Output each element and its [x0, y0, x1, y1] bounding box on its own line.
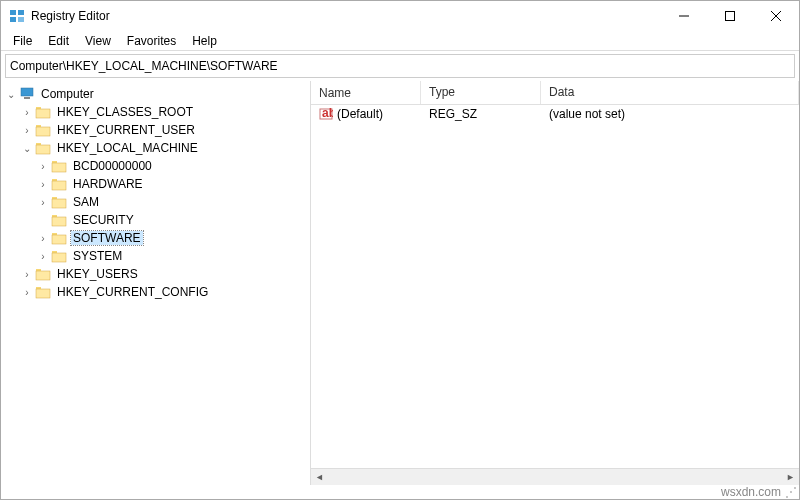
svg-rect-21: [52, 199, 66, 208]
list-body[interactable]: ab (Default) REG_SZ (value not set): [311, 105, 799, 468]
title-bar: Registry Editor: [1, 1, 799, 31]
folder-icon: [35, 141, 51, 155]
tree-panel[interactable]: ⌄ Computer › HKEY_CLASSES_ROOT › HKEY_CU…: [1, 81, 311, 485]
tree-node-system[interactable]: › SYSTEM: [1, 247, 310, 265]
folder-icon: [35, 105, 51, 119]
close-button[interactable]: [753, 1, 799, 31]
value-name: (Default): [337, 107, 383, 121]
tree-label: HARDWARE: [71, 177, 145, 191]
svg-rect-2: [10, 17, 16, 22]
folder-icon: [51, 213, 67, 227]
svg-rect-29: [36, 271, 50, 280]
tree-node-hardware[interactable]: › HARDWARE: [1, 175, 310, 193]
svg-rect-3: [18, 17, 24, 22]
address-input[interactable]: [10, 59, 790, 73]
menu-edit[interactable]: Edit: [40, 32, 77, 50]
menu-view[interactable]: View: [77, 32, 119, 50]
computer-icon: [19, 87, 35, 101]
minimize-button[interactable]: [661, 1, 707, 31]
menu-favorites[interactable]: Favorites: [119, 32, 184, 50]
svg-rect-5: [726, 12, 735, 21]
svg-rect-17: [52, 163, 66, 172]
chevron-right-icon[interactable]: ›: [37, 251, 49, 262]
menu-help[interactable]: Help: [184, 32, 225, 50]
tree-label: SECURITY: [71, 213, 136, 227]
main-content: ⌄ Computer › HKEY_CLASSES_ROOT › HKEY_CU…: [1, 81, 799, 485]
list-panel: Name Type Data ab (Default) REG_SZ (valu…: [311, 81, 799, 485]
tree-label: SAM: [71, 195, 101, 209]
column-header-name[interactable]: Name: [311, 81, 421, 104]
tree-label: HKEY_USERS: [55, 267, 140, 281]
folder-icon: [51, 177, 67, 191]
svg-rect-19: [52, 181, 66, 190]
svg-rect-0: [10, 10, 16, 15]
chevron-right-icon[interactable]: ›: [37, 197, 49, 208]
list-row[interactable]: ab (Default) REG_SZ (value not set): [311, 105, 799, 123]
chevron-right-icon[interactable]: ›: [37, 179, 49, 190]
chevron-down-icon[interactable]: ⌄: [21, 143, 33, 154]
tree-node-bcd[interactable]: › BCD00000000: [1, 157, 310, 175]
tree-node-hkcc[interactable]: › HKEY_CURRENT_CONFIG: [1, 283, 310, 301]
chevron-right-icon[interactable]: ›: [21, 107, 33, 118]
svg-text:ab: ab: [322, 107, 333, 120]
address-bar[interactable]: [5, 54, 795, 78]
tree-node-software[interactable]: › SOFTWARE: [1, 229, 310, 247]
folder-icon: [51, 249, 67, 263]
column-header-data[interactable]: Data: [541, 81, 799, 104]
svg-rect-9: [24, 97, 30, 99]
horizontal-scrollbar[interactable]: ◄ ►: [311, 468, 799, 485]
svg-rect-27: [52, 253, 66, 262]
svg-rect-31: [36, 289, 50, 298]
cell-type: REG_SZ: [421, 107, 541, 121]
tree-node-hkcu[interactable]: › HKEY_CURRENT_USER: [1, 121, 310, 139]
svg-rect-23: [52, 217, 66, 226]
tree-label: Computer: [39, 87, 96, 101]
tree-label: HKEY_CLASSES_ROOT: [55, 105, 195, 119]
tree-node-hkcr[interactable]: › HKEY_CLASSES_ROOT: [1, 103, 310, 121]
tree-label: SYSTEM: [71, 249, 124, 263]
tree-label: HKEY_CURRENT_USER: [55, 123, 197, 137]
regedit-app-icon: [9, 8, 25, 24]
folder-icon: [51, 159, 67, 173]
tree-label: HKEY_CURRENT_CONFIG: [55, 285, 210, 299]
chevron-right-icon[interactable]: ›: [21, 125, 33, 136]
menu-bar: File Edit View Favorites Help: [1, 31, 799, 51]
tree-node-sam[interactable]: › SAM: [1, 193, 310, 211]
tree-node-computer[interactable]: ⌄ Computer: [1, 85, 310, 103]
tree-label: SOFTWARE: [71, 231, 143, 245]
maximize-button[interactable]: [707, 1, 753, 31]
tree-node-hku[interactable]: › HKEY_USERS: [1, 265, 310, 283]
svg-rect-15: [36, 145, 50, 154]
status-text: wsxdn.com: [721, 485, 781, 499]
folder-icon: [35, 285, 51, 299]
tree-label: BCD00000000: [71, 159, 154, 173]
chevron-down-icon[interactable]: ⌄: [5, 89, 17, 100]
svg-rect-25: [52, 235, 66, 244]
folder-icon: [35, 267, 51, 281]
folder-icon: [51, 231, 67, 245]
svg-rect-8: [21, 88, 33, 96]
chevron-right-icon[interactable]: ›: [21, 269, 33, 280]
menu-file[interactable]: File: [5, 32, 40, 50]
column-header-type[interactable]: Type: [421, 81, 541, 104]
tree-node-hklm[interactable]: ⌄ HKEY_LOCAL_MACHINE: [1, 139, 310, 157]
string-value-icon: ab: [319, 107, 333, 121]
tree-node-security[interactable]: SECURITY: [1, 211, 310, 229]
svg-rect-11: [36, 109, 50, 118]
list-header: Name Type Data: [311, 81, 799, 105]
cell-data: (value not set): [541, 107, 799, 121]
tree-label: HKEY_LOCAL_MACHINE: [55, 141, 200, 155]
chevron-right-icon[interactable]: ›: [37, 161, 49, 172]
scroll-left-icon[interactable]: ◄: [311, 469, 328, 486]
status-bar: wsxdn.com ⋰: [721, 485, 795, 499]
resize-grip-icon[interactable]: ⋰: [785, 485, 795, 499]
window-title: Registry Editor: [31, 9, 110, 23]
chevron-right-icon[interactable]: ›: [21, 287, 33, 298]
folder-icon: [35, 123, 51, 137]
svg-rect-13: [36, 127, 50, 136]
svg-rect-1: [18, 10, 24, 15]
folder-icon: [51, 195, 67, 209]
cell-name: ab (Default): [311, 107, 421, 121]
scroll-right-icon[interactable]: ►: [782, 469, 799, 486]
chevron-right-icon[interactable]: ›: [37, 233, 49, 244]
